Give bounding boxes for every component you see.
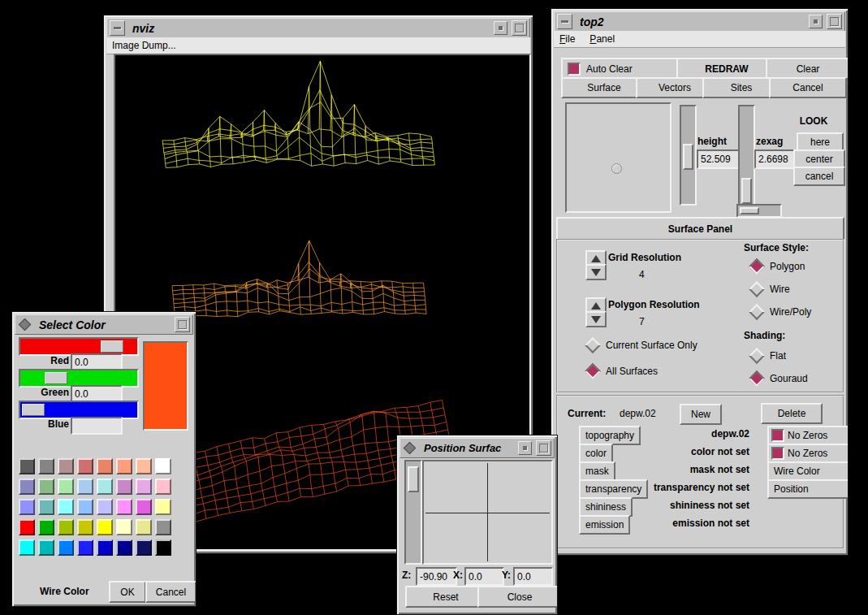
palette-swatch[interactable] <box>38 499 54 515</box>
z-slider[interactable] <box>404 460 422 565</box>
menu-image-dump[interactable]: Image Dump... <box>112 40 176 51</box>
height-slider-handle[interactable] <box>683 144 693 170</box>
surface-panel-button[interactable]: Surface <box>561 77 647 98</box>
maximize-button[interactable] <box>827 14 842 29</box>
radio-wire-poly[interactable]: Wire/Poly <box>751 305 811 318</box>
attribute-mask-button[interactable]: mask <box>579 461 615 481</box>
palette-swatch[interactable] <box>58 458 74 474</box>
palette-swatch[interactable] <box>58 479 74 495</box>
palette-swatch[interactable] <box>97 539 113 556</box>
height-value-entry[interactable]: 52.509 <box>697 149 741 169</box>
palette-swatch[interactable] <box>38 519 54 535</box>
menu-file[interactable]: File <box>559 33 575 45</box>
red-slider-handle[interactable] <box>101 340 123 353</box>
nviz-titlebar[interactable]: nviz <box>106 18 530 38</box>
palette-swatch[interactable] <box>97 458 113 474</box>
palette-swatch[interactable] <box>155 458 171 474</box>
radio-polygon[interactable]: Polygon <box>751 260 805 273</box>
palette-swatch[interactable] <box>116 479 132 495</box>
radio-gouraud[interactable]: Gouraud <box>751 372 808 385</box>
iconify-button[interactable] <box>494 21 507 35</box>
palette-swatch[interactable] <box>136 479 152 495</box>
menu-panel[interactable]: Panel <box>589 33 615 45</box>
maximize-button[interactable] <box>536 440 551 456</box>
no-zeros-color-checkbutton[interactable]: No Zeros <box>767 444 849 463</box>
zexag-slider[interactable] <box>738 105 755 206</box>
palette-swatch[interactable] <box>19 519 35 535</box>
radio-wire[interactable]: Wire <box>751 283 790 296</box>
palette-swatch[interactable] <box>97 479 113 495</box>
palette-swatch[interactable] <box>58 539 74 556</box>
position-button[interactable]: Position <box>767 479 849 499</box>
height-slider[interactable] <box>680 105 697 206</box>
palette-swatch[interactable] <box>19 499 35 515</box>
palette-swatch[interactable] <box>97 519 113 535</box>
radio-current-surface-only[interactable]: Current Surface Only <box>587 339 697 352</box>
xy-position-pad[interactable] <box>422 460 553 565</box>
zexag-slider-handle[interactable] <box>741 178 752 204</box>
iconify-button[interactable] <box>518 441 532 455</box>
position-surface-titlebar[interactable]: Position Surfac <box>399 438 555 458</box>
palette-swatch[interactable] <box>155 479 171 495</box>
attribute-transparency-button[interactable]: transparency <box>579 479 648 499</box>
close-button[interactable]: Close <box>477 586 558 608</box>
radio-all-surfaces[interactable]: All Surfaces <box>587 365 658 378</box>
view-position-pad[interactable] <box>565 102 672 213</box>
palette-swatch[interactable] <box>77 499 93 515</box>
blue-slider-handle[interactable] <box>22 404 45 416</box>
attribute-topography-button[interactable]: topography <box>579 426 641 445</box>
top2-titlebar[interactable]: top2 <box>554 11 845 32</box>
maximize-button[interactable] <box>175 317 190 332</box>
palette-swatch[interactable] <box>38 458 54 474</box>
blue-value-entry[interactable] <box>71 417 123 435</box>
cancel-panel-button[interactable]: Cancel <box>769 77 847 98</box>
palette-swatch[interactable] <box>136 499 152 515</box>
ok-button[interactable]: OK <box>109 581 146 603</box>
palette-swatch[interactable] <box>136 519 152 535</box>
radio-flat[interactable]: Flat <box>751 349 786 362</box>
delete-button[interactable]: Delete <box>761 403 823 424</box>
palette-swatch[interactable] <box>155 539 171 556</box>
view-position-puck[interactable] <box>611 163 622 174</box>
palette-swatch[interactable] <box>97 499 113 515</box>
palette-swatch[interactable] <box>77 539 93 556</box>
look-cancel-button[interactable]: cancel <box>793 167 845 186</box>
new-button[interactable]: New <box>680 404 722 425</box>
palette-swatch[interactable] <box>155 499 171 515</box>
palette-swatch[interactable] <box>38 539 54 556</box>
select-color-titlebar[interactable]: Select Color <box>15 314 193 335</box>
palette-swatch[interactable] <box>116 539 132 556</box>
palette-swatch[interactable] <box>19 479 35 495</box>
z-value-entry[interactable]: -90.90 <box>416 567 457 586</box>
palette-swatch[interactable] <box>116 499 132 515</box>
attribute-color-button[interactable]: color <box>579 444 613 463</box>
green-slider-handle[interactable] <box>45 372 67 384</box>
attribute-shininess-button[interactable]: shininess <box>579 497 633 517</box>
reset-button[interactable]: Reset <box>405 586 486 608</box>
window-menu-button[interactable] <box>557 14 572 29</box>
palette-swatch[interactable] <box>136 539 152 556</box>
z-slider-handle[interactable] <box>408 466 419 492</box>
grid-resolution-down-button[interactable] <box>585 264 607 280</box>
clear-button[interactable]: Clear <box>766 58 849 80</box>
cancel-button[interactable]: Cancel <box>145 581 196 603</box>
redraw-button[interactable]: REDRAW <box>676 58 777 80</box>
y-value-entry[interactable]: 0.0 <box>513 567 553 586</box>
palette-swatch[interactable] <box>116 519 132 535</box>
twist-slider[interactable] <box>736 204 782 218</box>
palette-swatch[interactable] <box>58 499 74 515</box>
iconify-button[interactable] <box>809 15 823 28</box>
palette-swatch[interactable] <box>38 479 54 495</box>
polygon-resolution-down-button[interactable] <box>585 311 607 327</box>
palette-swatch[interactable] <box>58 519 74 535</box>
auto-clear-checkbutton[interactable]: Auto Clear <box>561 58 688 80</box>
palette-swatch[interactable] <box>19 539 35 556</box>
attribute-emission-button[interactable]: emission <box>579 515 630 535</box>
palette-swatch[interactable] <box>116 458 132 474</box>
no-zeros-topography-checkbutton[interactable]: No Zeros <box>767 426 849 445</box>
twist-slider-handle[interactable] <box>740 207 759 214</box>
palette-swatch[interactable] <box>77 479 93 495</box>
palette-swatch[interactable] <box>19 458 35 474</box>
palette-swatch[interactable] <box>155 519 171 535</box>
wire-color-button[interactable]: Wire Color <box>767 461 849 481</box>
